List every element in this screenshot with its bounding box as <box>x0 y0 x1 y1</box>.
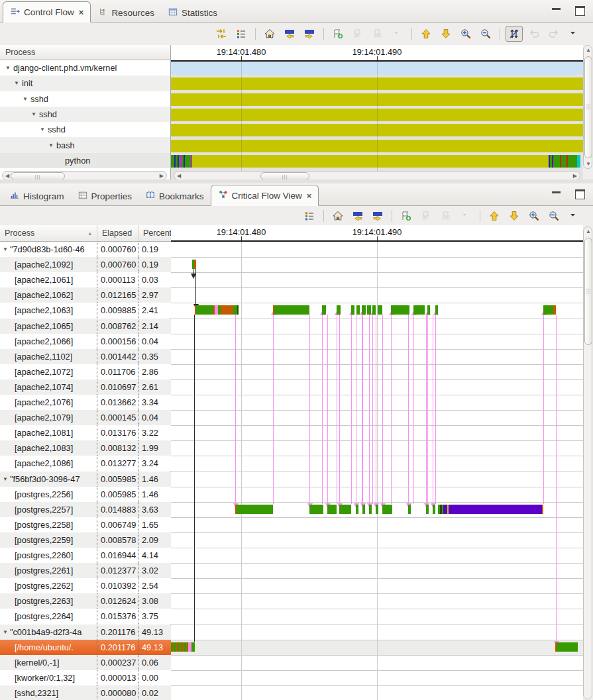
tab-control-flow[interactable]: Control Flow × <box>3 1 91 23</box>
percent-column-header[interactable]: Percent <box>138 225 171 242</box>
home-icon[interactable] <box>329 208 347 224</box>
zoom-out-icon[interactable] <box>545 208 563 224</box>
critical-path-segment[interactable] <box>391 305 409 315</box>
table-row-apache21079[interactable]: [apache2,1079]0.0001450.04 <box>0 410 171 425</box>
tab-bookmarks[interactable]: Bookmarks <box>138 187 211 205</box>
maximize-button[interactable] <box>575 6 585 16</box>
expander-icon[interactable]: ▼ <box>3 476 8 482</box>
zoom-out-icon[interactable] <box>477 26 494 42</box>
tree-item-sshd[interactable]: ▼sshd <box>0 107 170 122</box>
table-row-f56bf3d0309647[interactable]: ▼"f56bf3d0-3096-470.0059851.46 <box>0 472 171 487</box>
expander-icon[interactable]: ▼ <box>5 65 11 71</box>
nav-up-icon[interactable] <box>417 26 435 42</box>
tree-item-django-client.phd.vm/kernel[interactable]: ▼django-client.phd.vm/kernel <box>0 60 170 75</box>
critical-path-segment[interactable] <box>553 305 556 315</box>
align-views-icon[interactable] <box>213 26 230 42</box>
zoom-in-icon[interactable] <box>457 26 474 42</box>
table-row-apache21074[interactable]: [apache2,1074]0.0106972.61 <box>0 379 171 395</box>
process-column-header[interactable]: Process ▴ <box>0 225 97 242</box>
show-legend-icon[interactable] <box>301 208 318 224</box>
table-row-postgres2262[interactable]: [postgres,2262]0.0103922.54 <box>0 578 171 593</box>
expander-icon[interactable]: ▼ <box>40 126 45 132</box>
previous-marker-icon[interactable] <box>281 26 298 42</box>
control-flow-chart[interactable]: 19:14:01.48019:14:01.490 <box>171 45 583 179</box>
table-row-apache21086[interactable]: [apache2,1086]0.0132773.24 <box>0 456 171 471</box>
critical-path-segment[interactable] <box>372 305 376 315</box>
table-row-apache21102[interactable]: [apache2,1102]0.0014420.35 <box>0 349 171 364</box>
top-chart-hscrollbar[interactable]: ◀ ||| ▶ <box>174 171 580 179</box>
table-row-kernel01[interactable]: [kernel/0,-1]0.0002370.06 <box>0 655 171 670</box>
critical-flow-chart[interactable]: 19:14:01.48019:14:01.490 <box>171 225 583 700</box>
critical-path-segment[interactable] <box>196 305 213 315</box>
top-vscrollbar[interactable]: ▲ ||| ▼ <box>583 45 592 169</box>
table-row-postgres2259[interactable]: [postgres,2259]0.0085782.09 <box>0 532 171 548</box>
critical-path-segment[interactable] <box>426 505 429 514</box>
table-row-postgres2261[interactable]: [postgres,2261]0.0123773.02 <box>0 563 171 578</box>
critical-path-segment[interactable] <box>408 505 411 514</box>
table-row-apache21065[interactable]: [apache2,1065]0.0087622.14 <box>0 319 171 334</box>
table-row-postgres2256[interactable]: [postgres,2256]0.0059851.46 <box>0 487 171 502</box>
critical-path-segment[interactable] <box>337 305 341 315</box>
critical-path-segment[interactable] <box>542 505 543 514</box>
expander-icon[interactable]: ▼ <box>23 96 28 102</box>
table-row-homeubuntu[interactable]: [/home/ubuntu/.0.20117649.13 <box>0 640 171 655</box>
table-row-apache21063[interactable]: [apache2,1063]0.0098852.41 <box>0 303 171 318</box>
critical-path-segment[interactable] <box>369 505 372 514</box>
tab-histogram[interactable]: Histogram <box>3 187 71 205</box>
table-row-apache21092[interactable]: [apache2,1092]0.0007600.19 <box>0 257 171 272</box>
critical-path-segment[interactable] <box>449 505 542 514</box>
critical-path-segment[interactable] <box>237 505 273 514</box>
minimize-button[interactable] <box>552 8 561 17</box>
show-legend-icon[interactable] <box>233 26 250 42</box>
table-row-postgres2257[interactable]: [postgres,2257]0.0148833.63 <box>0 502 171 517</box>
critical-path-segment[interactable] <box>413 305 425 315</box>
critical-path-segment[interactable] <box>322 305 326 315</box>
tree-item-sshd[interactable]: ▼sshd <box>0 91 170 107</box>
table-row-postgres2258[interactable]: [postgres,2258]0.0067491.65 <box>0 517 171 532</box>
tree-item-bash[interactable]: ▼bash <box>0 137 170 152</box>
tree-item-init[interactable]: ▼init <box>0 75 170 91</box>
add-bookmark-icon[interactable] <box>329 26 347 42</box>
table-row-apache21081[interactable]: [apache2,1081]0.0131763.22 <box>0 425 171 440</box>
nav-down-icon[interactable] <box>437 26 455 42</box>
critical-path-segment[interactable] <box>433 505 435 514</box>
critical-path-segment[interactable] <box>194 260 196 269</box>
minimize-button[interactable] <box>552 191 561 200</box>
tree-hscrollbar[interactable]: ◀ ||| ▶ <box>2 171 167 179</box>
view-menu-icon[interactable] <box>565 26 582 42</box>
zoom-in-icon[interactable] <box>525 208 543 224</box>
expander-icon[interactable]: ▼ <box>14 80 19 86</box>
add-bookmark-icon[interactable] <box>398 208 415 224</box>
critical-path-segment[interactable] <box>191 642 195 652</box>
critical-path-segment[interactable] <box>557 642 578 652</box>
maximize-button[interactable] <box>575 189 585 199</box>
table-row-apache21076[interactable]: [apache2,1076]0.0136623.34 <box>0 395 171 410</box>
critical-path-segment[interactable] <box>221 305 233 315</box>
table-row-kworker0132[interactable]: [kworker/0:1,32]0.0000130.00 <box>0 670 171 685</box>
critical-path-segment[interactable] <box>382 505 392 514</box>
expander-icon[interactable]: ▼ <box>3 629 8 635</box>
critical-path-segment[interactable] <box>362 505 365 514</box>
process-column-header[interactable]: Process <box>0 45 170 60</box>
critical-path-segment[interactable] <box>378 305 382 315</box>
previous-marker-icon[interactable] <box>349 208 366 224</box>
close-icon[interactable]: × <box>307 191 312 201</box>
expander-icon[interactable]: ▼ <box>31 111 36 117</box>
critical-path-segment[interactable] <box>309 505 323 514</box>
tab-properties[interactable]: Properties <box>71 187 139 205</box>
view-menu-icon[interactable] <box>565 208 582 224</box>
table-row-c001b4a9d2f34a[interactable]: ▼"c001b4a9-d2f3-4a0.20117649.13 <box>0 625 171 640</box>
critical-path-segment[interactable] <box>435 305 438 315</box>
tab-critical-flow-view[interactable]: Critical Flow View × <box>211 185 319 206</box>
table-row-apache21061[interactable]: [apache2,1061]0.0001130.03 <box>0 272 171 287</box>
critical-path-segment[interactable] <box>351 305 354 315</box>
tree-item-sshd[interactable]: ▼sshd <box>0 122 170 137</box>
table-row-apache21062[interactable]: [apache2,1062]0.0121652.97 <box>0 287 171 303</box>
expander-icon[interactable]: ▼ <box>48 142 54 148</box>
close-icon[interactable]: × <box>79 7 84 17</box>
critical-path-segment[interactable] <box>327 505 337 514</box>
deselect-icon[interactable] <box>506 26 523 42</box>
table-row-7d90d83b1d6046[interactable]: ▼"7d90d83b-1d60-460.0007600.19 <box>0 242 171 257</box>
expander-icon[interactable]: ▼ <box>3 246 8 252</box>
critical-path-segment[interactable] <box>237 305 239 315</box>
